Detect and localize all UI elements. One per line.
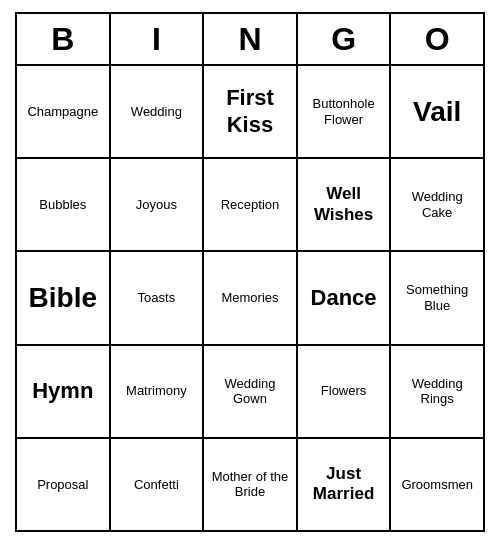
bingo-header: BINGO [17, 14, 483, 66]
bingo-cell: Buttonhole Flower [298, 66, 392, 157]
bingo-cell: First Kiss [204, 66, 298, 157]
bingo-grid: ChampagneWeddingFirst KissButtonhole Flo… [17, 66, 483, 530]
cell-label: Buttonhole Flower [302, 96, 386, 127]
cell-label: Dance [311, 285, 377, 311]
header-letter: I [111, 14, 205, 64]
bingo-cell: Champagne [17, 66, 111, 157]
bingo-cell: Flowers [298, 346, 392, 437]
bingo-row: BibleToastsMemoriesDanceSomething Blue [17, 252, 483, 345]
cell-label: Bubbles [39, 197, 86, 213]
header-letter: G [298, 14, 392, 64]
bingo-cell: Proposal [17, 439, 111, 530]
cell-label: Joyous [136, 197, 177, 213]
cell-label: Confetti [134, 477, 179, 493]
cell-label: Mother of the Bride [208, 469, 292, 500]
bingo-cell: Dance [298, 252, 392, 343]
bingo-cell: Toasts [111, 252, 205, 343]
cell-label: Wedding [131, 104, 182, 120]
bingo-cell: Wedding Cake [391, 159, 483, 250]
bingo-row: BubblesJoyousReceptionWell WishesWedding… [17, 159, 483, 252]
cell-label: Well Wishes [302, 184, 386, 225]
header-letter: O [391, 14, 483, 64]
cell-label: Champagne [27, 104, 98, 120]
bingo-cell: Just Married [298, 439, 392, 530]
cell-label: Vail [413, 95, 461, 129]
bingo-row: ChampagneWeddingFirst KissButtonhole Flo… [17, 66, 483, 159]
cell-label: Something Blue [395, 282, 479, 313]
cell-label: Hymn [32, 378, 93, 404]
cell-label: Reception [221, 197, 280, 213]
bingo-cell: Well Wishes [298, 159, 392, 250]
bingo-cell: Joyous [111, 159, 205, 250]
bingo-cell: Reception [204, 159, 298, 250]
bingo-cell: Bubbles [17, 159, 111, 250]
bingo-cell: Vail [391, 66, 483, 157]
cell-label: First Kiss [208, 85, 292, 138]
cell-label: Memories [221, 290, 278, 306]
cell-label: Flowers [321, 383, 367, 399]
bingo-cell: Something Blue [391, 252, 483, 343]
cell-label: Wedding Rings [395, 376, 479, 407]
cell-label: Wedding Gown [208, 376, 292, 407]
bingo-cell: Wedding Gown [204, 346, 298, 437]
cell-label: Bible [29, 281, 97, 315]
bingo-cell: Bible [17, 252, 111, 343]
cell-label: Groomsmen [401, 477, 473, 493]
cell-label: Wedding Cake [395, 189, 479, 220]
bingo-row: ProposalConfettiMother of the BrideJust … [17, 439, 483, 530]
bingo-cell: Wedding Rings [391, 346, 483, 437]
cell-label: Proposal [37, 477, 88, 493]
header-letter: B [17, 14, 111, 64]
bingo-card: BINGO ChampagneWeddingFirst KissButtonho… [15, 12, 485, 532]
cell-label: Toasts [138, 290, 176, 306]
bingo-cell: Wedding [111, 66, 205, 157]
bingo-cell: Groomsmen [391, 439, 483, 530]
bingo-row: HymnMatrimonyWedding GownFlowersWedding … [17, 346, 483, 439]
bingo-cell: Matrimony [111, 346, 205, 437]
header-letter: N [204, 14, 298, 64]
cell-label: Just Married [302, 464, 386, 505]
bingo-cell: Confetti [111, 439, 205, 530]
bingo-cell: Memories [204, 252, 298, 343]
bingo-cell: Mother of the Bride [204, 439, 298, 530]
cell-label: Matrimony [126, 383, 187, 399]
bingo-cell: Hymn [17, 346, 111, 437]
